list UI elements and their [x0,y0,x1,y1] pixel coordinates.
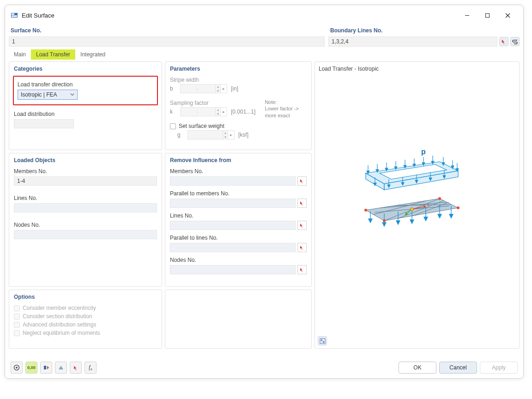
svg-rect-4 [485,13,489,17]
tab-integrated[interactable]: Integrated [75,49,110,60]
svg-point-38 [364,209,367,212]
viz-settings-button[interactable] [318,336,327,345]
remove-nodes-label: Nodes No. [170,257,307,263]
weight-arrow: ▸ [228,130,235,139]
opt-neglect-label: Neglect equilibrium of moments [23,330,100,336]
distribution-label: Load distribution [14,111,157,117]
load-transfer-diagram: p [352,148,472,240]
options-panel: Options Consider member eccentricity Con… [9,290,162,349]
remove-influence-title: Remove Influence from [170,157,307,163]
weight-spin-up: ▲ [223,131,228,135]
tool-6-button[interactable]: fx [85,362,97,374]
tool-3-button[interactable] [40,362,52,374]
chevron-down-icon [70,91,74,98]
tab-main[interactable]: Main [9,49,31,60]
reverse-boundary-button[interactable] [510,37,520,46]
tool-5-button[interactable] [70,362,82,374]
pick-boundary-button[interactable] [499,37,508,46]
svg-text:x: x [427,202,429,207]
titlebar: Edit Surface [5,5,523,25]
sampling-arrow: ▸ [221,107,227,116]
distribution-input[interactable] [14,119,74,128]
stripe-arrow: ▸ [221,84,227,93]
loaded-objects-title: Loaded Objects [14,157,157,163]
ok-button[interactable]: OK [399,362,436,374]
svg-rect-46 [320,339,325,344]
sampling-spin-down: ▼ [216,112,220,116]
remove-par-lines-label: Parallel to lines No. [170,235,307,241]
loaded-nodes-label: Nodes No. [14,222,157,228]
svg-point-41 [383,219,386,222]
remove-par-lines-input[interactable] [170,243,296,252]
stripe-width-label: Stripe width [170,77,307,83]
set-weight-label: Set surface weight [179,123,224,129]
direction-label: Load transfer direction [18,81,153,88]
visualization-panel: Load Transfer - Isotropic p [314,61,520,349]
direction-select[interactable]: Isotropic | FEA [18,90,78,100]
pick-remove-par-lines[interactable] [297,243,307,252]
opt-section-label: Consider section distribution [23,313,92,320]
pick-remove-par-members[interactable] [297,199,307,208]
units-button[interactable]: 0,00 [25,362,37,374]
opt-neglect-checkbox [14,330,20,336]
sampling-label: Sampling factor [170,100,255,106]
sampling-unit: [0.001...1] [231,109,255,115]
loaded-lines-label: Lines No. [14,195,157,201]
remove-nodes-input[interactable] [170,265,296,274]
footer: 0,00 fx OK Cancel Apply [5,357,523,378]
maximize-button[interactable] [477,9,497,22]
help-button[interactable] [11,362,23,374]
direction-highlight: Load transfer direction Isotropic | FEA [13,76,158,105]
options-title: Options [14,294,157,300]
sampling-input: ⌵ ▲▼ [180,107,221,116]
sampling-symbol: k [170,109,176,115]
tab-load-transfer[interactable]: Load Transfer [31,49,75,60]
edit-surface-dialog: Edit Surface Surface No. Boundary Lines … [5,5,524,379]
apply-button: Apply [480,362,518,374]
viz-title: Load Transfer - Isotropic [319,66,515,72]
pick-remove-nodes[interactable] [297,265,307,274]
categories-title: Categories [14,66,157,72]
note-text: Lower factor -> more exact [265,106,299,118]
parameters-title: Parameters [170,66,307,72]
weight-input: ▲▼ [187,130,228,139]
loaded-members-input[interactable] [14,176,157,186]
svg-rect-48 [323,341,324,343]
remove-members-label: Members No. [170,168,307,175]
remove-lines-label: Lines No. [170,212,307,219]
boundary-lines-label: Boundary Lines No. [328,25,520,36]
weight-symbol: g [177,132,184,138]
p-label: p [421,148,426,156]
remove-lines-input[interactable] [170,221,296,230]
pick-remove-lines[interactable] [297,221,307,230]
svg-point-39 [438,197,441,200]
loaded-lines-input[interactable] [14,203,157,212]
weight-unit: [ksf] [238,132,248,138]
empty-panel [165,290,312,349]
remove-members-input[interactable] [170,176,296,186]
svg-rect-47 [321,339,322,341]
close-button[interactable] [497,9,518,22]
pick-remove-members[interactable] [297,176,307,186]
minimize-button[interactable] [457,9,477,22]
remove-influence-panel: Remove Influence from Members No. Parall… [165,153,312,287]
surface-no-input[interactable] [9,36,325,47]
opt-section-checkbox [14,314,20,320]
loaded-members-label: Members No. [14,168,157,175]
note-label: Note: [265,99,277,105]
surface-no-label: Surface No. [9,25,325,36]
set-weight-checkbox[interactable] [170,123,176,129]
tool-4-button[interactable] [55,362,67,374]
boundary-lines-input[interactable] [328,36,497,47]
opt-eccentricity-label: Consider member eccentricity [23,305,96,311]
opt-eccentricity-checkbox [14,305,20,311]
tabs: Main Load Transfer Integrated [5,48,523,60]
window-title: Edit Surface [22,12,54,19]
remove-par-members-input[interactable] [170,199,296,208]
svg-rect-1 [12,13,14,15]
cancel-button[interactable]: Cancel [439,362,477,374]
stripe-spin-down: ▼ [216,89,220,93]
loaded-nodes-input[interactable] [14,230,157,239]
opt-advanced-label: Advanced distribution settings [23,321,96,328]
svg-point-40 [457,206,459,209]
